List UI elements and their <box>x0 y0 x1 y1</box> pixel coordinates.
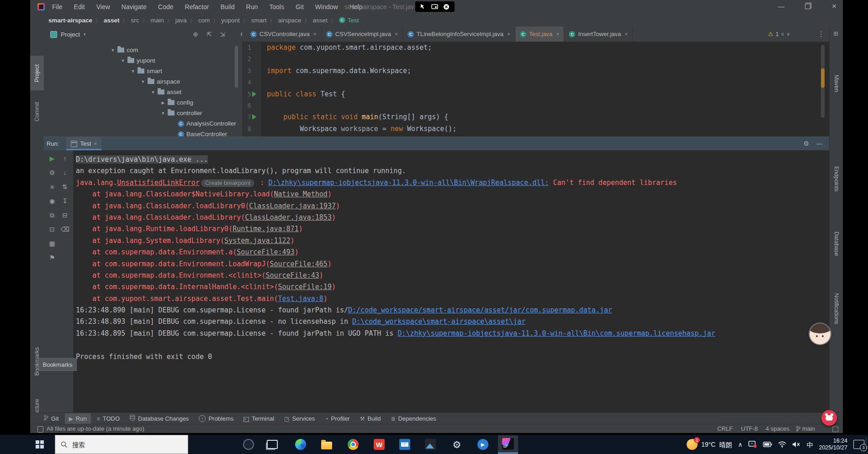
taskbar-search-input[interactable]: 搜索 <box>55 435 188 454</box>
console-link[interactable]: D:/code_workspace/smart-airspace/asset/j… <box>348 306 612 314</box>
stripe-grid-icon[interactable]: ⊞ <box>833 30 838 37</box>
intellij-icon[interactable]: IJ <box>498 435 518 454</box>
tree-row-yupont[interactable]: ▼yupont <box>121 55 155 66</box>
floating-assistant-icon[interactable] <box>821 410 837 426</box>
breadcrumb-item[interactable]: airspace <box>278 17 301 24</box>
code-area[interactable]: package com.yupont.smart.airspace.asset;… <box>267 42 814 135</box>
console-link[interactable]: D:\zhky\supermap-iobjectsjava-11.3.0-win… <box>397 329 715 338</box>
console-link[interactable]: SourceFile:19 <box>278 283 332 291</box>
menu-git[interactable]: Git <box>295 2 305 11</box>
tree-chevron[interactable]: ▼ <box>141 79 145 84</box>
battery-icon[interactable] <box>763 442 772 447</box>
soft-wrap-icon[interactable]: ⇅ <box>60 182 69 191</box>
tab-close-icon[interactable]: × <box>313 31 317 37</box>
breadcrumb-current[interactable]: CTest <box>339 17 359 24</box>
tab-close-icon[interactable]: × <box>395 31 398 37</box>
clock-widget[interactable]: 16:24 2025/10/27 <box>819 438 847 451</box>
tree-chevron[interactable]: ▶ <box>161 100 165 105</box>
tree-row-AnalysisController[interactable]: CAnalysisController <box>171 118 236 129</box>
tab-CSVController.java[interactable]: CCSVController.java× <box>246 26 322 42</box>
scroll-to-end-icon[interactable]: ↧ <box>60 196 69 206</box>
tab-InsertTower.java[interactable]: CInsertTower.java× <box>564 26 633 42</box>
indent-indicator[interactable]: 4 spaces <box>766 425 789 432</box>
tab-options-icon[interactable]: ⋮ <box>818 30 825 38</box>
breadcrumb-item[interactable]: asset <box>104 17 120 24</box>
toolwindow-dependencies[interactable]: ≣Dependencies <box>386 413 440 424</box>
status-lock-icon[interactable] <box>832 427 838 432</box>
console-link[interactable]: Test.java:8 <box>278 295 323 303</box>
toolwindow-todo[interactable]: ≡TODO <box>93 413 124 424</box>
stop-button[interactable]: ■ <box>48 182 57 191</box>
ime-indicator[interactable]: 中 <box>806 440 813 449</box>
inspections-widget[interactable]: ⚠ 1 ∧ ∨ <box>768 31 790 37</box>
console-link[interactable]: SourceFile:493 <box>237 248 294 256</box>
expand-all-icon[interactable]: ⇱ <box>205 30 214 38</box>
maximize-button[interactable] <box>799 0 816 13</box>
console-link[interactable]: SourceFile:43 <box>265 271 319 280</box>
toolwindow-terminal[interactable]: >_Terminal <box>239 413 278 424</box>
toolwindow-run[interactable]: ▶Run <box>65 413 91 424</box>
wps-icon[interactable]: W <box>369 435 389 454</box>
rerun-failed-icon[interactable]: ◉ <box>48 196 57 206</box>
breadcrumb-item[interactable]: smart <box>251 17 267 24</box>
project-panel-header[interactable]: Project ▾ ⊕ ⇱ ⇲ ⚙ — <box>44 26 242 42</box>
toolwindow-problems[interactable]: !Problems <box>195 413 238 424</box>
stripe-maven[interactable]: Maven <box>830 70 843 97</box>
mail-icon[interactable] <box>395 435 415 454</box>
cast-pointer-icon[interactable] <box>420 4 426 10</box>
encoding-indicator[interactable]: UTF-8 <box>741 425 758 432</box>
menu-navigate[interactable]: Navigate <box>121 2 148 11</box>
run-line-icon[interactable] <box>252 114 256 120</box>
media-player-icon[interactable]: ▶ <box>473 435 493 454</box>
locate-file-icon[interactable]: ⊕ <box>191 30 200 38</box>
toolwindow-git[interactable]: Git <box>39 413 63 424</box>
toolwindow-profiler[interactable]: ◔Profiler <box>321 413 354 424</box>
menu-file[interactable]: File <box>51 2 64 11</box>
toolwindow-services[interactable]: ◳Services <box>280 413 319 424</box>
run-settings-icon[interactable]: ⚙ <box>803 140 809 147</box>
file-explorer-icon[interactable] <box>317 435 337 454</box>
start-button[interactable] <box>29 435 50 454</box>
stripe-commit[interactable]: Commit <box>30 96 44 128</box>
breadcrumb-item[interactable]: src <box>131 17 139 24</box>
breadcrumb-item[interactable]: main <box>151 17 164 24</box>
collapse-all-icon[interactable]: ⇲ <box>218 30 227 38</box>
stripe-endpoints[interactable]: Endpoints <box>830 160 843 198</box>
down-stacktrace-icon[interactable]: ↓ <box>60 168 69 177</box>
next-problem-icon[interactable]: ∨ <box>787 32 790 37</box>
photos-icon[interactable] <box>420 435 440 454</box>
restore-layout-icon[interactable]: ▦ <box>48 239 57 248</box>
tree-row-smart[interactable]: ▼smart <box>131 66 162 76</box>
console-link[interactable]: System.java:1122 <box>224 237 291 245</box>
tray-expand-chevron[interactable]: ∧ <box>738 441 742 448</box>
snapshot-icon[interactable]: ⊡ <box>48 225 57 234</box>
menu-edit[interactable]: Edit <box>73 2 86 11</box>
minimize-button[interactable]: — <box>773 0 790 13</box>
show-desktop-button[interactable] <box>866 438 868 451</box>
chrome-icon[interactable] <box>343 435 363 454</box>
tab-close-icon[interactable]: × <box>507 31 510 37</box>
tree-chevron[interactable]: ▼ <box>111 48 115 53</box>
stripe-project[interactable]: Project <box>30 56 44 90</box>
prev-problem-icon[interactable]: ∧ <box>781 32 784 37</box>
tree-chevron[interactable]: ▼ <box>131 69 135 74</box>
project-scrollbar[interactable] <box>235 46 238 88</box>
dump-threads-icon[interactable]: ⧉ <box>48 211 57 220</box>
rerun-button[interactable]: ▶ <box>48 154 57 163</box>
close-capture-icon[interactable] <box>443 4 450 10</box>
screen-share-tray-icon[interactable] <box>748 441 757 448</box>
settings-icon[interactable]: ⚙ <box>447 435 467 454</box>
tree-chevron[interactable]: ▼ <box>121 58 125 63</box>
tree-row-asset[interactable]: ▼asset <box>151 87 181 97</box>
volume-muted-icon[interactable] <box>792 441 800 448</box>
screen-icon[interactable] <box>431 4 438 9</box>
edge-icon[interactable] <box>291 435 311 454</box>
close-button[interactable]: × <box>826 0 843 13</box>
run-tab-close-icon[interactable]: × <box>94 141 97 147</box>
git-branch-indicator[interactable]: main <box>796 425 815 432</box>
tab-Test.java[interactable]: CTest.java× <box>515 26 564 42</box>
console-link[interactable]: ClassLoader.java:1853 <box>245 213 332 222</box>
console-link[interactable]: ClassLoader.java:1937 <box>249 202 336 210</box>
line-ending-indicator[interactable]: CRLF <box>717 425 733 432</box>
cortana-icon[interactable] <box>238 435 259 454</box>
